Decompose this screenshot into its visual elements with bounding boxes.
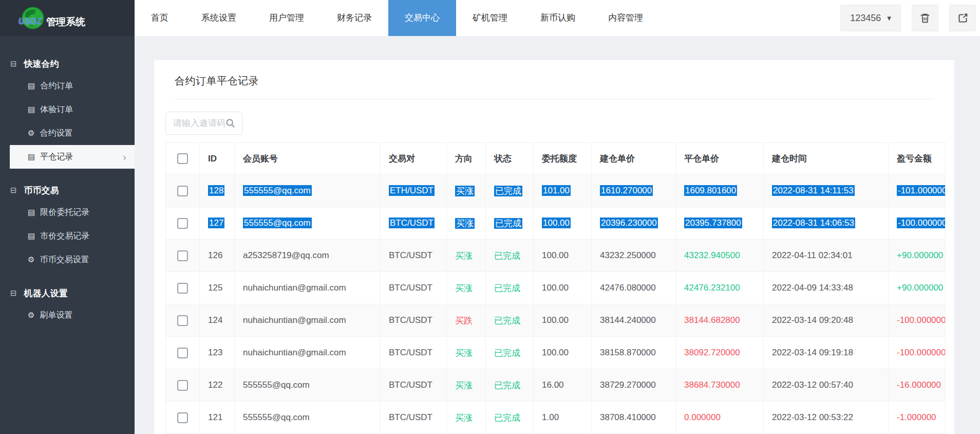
row-checkbox[interactable] <box>177 250 188 261</box>
cell-text: 127 <box>208 218 224 228</box>
invite-code-search-input[interactable] <box>173 118 225 129</box>
cell-text: 1610.270000 <box>600 185 653 196</box>
list-icon: ▤ <box>28 81 35 91</box>
search-icon[interactable] <box>225 118 236 129</box>
cell-text: 2022-08-31 14:06:53 <box>772 218 855 228</box>
sidebar-item[interactable]: ▤合约订单 <box>0 74 135 98</box>
cell-text: 100.00 <box>542 250 569 260</box>
cell-text: 101.00 <box>542 185 571 196</box>
cell-text: +90.000000 <box>897 250 943 260</box>
sidebar-section-title[interactable]: ⊟币币交易 <box>0 180 135 201</box>
cell-text: 买涨 <box>455 218 475 229</box>
top-nav-item[interactable]: 用户管理 <box>253 0 321 36</box>
cell-text: 已完成 <box>494 251 520 261</box>
sidebar-item-label: 平仓记录 <box>40 152 73 162</box>
cell-text: 42476.080000 <box>600 283 656 293</box>
top-nav-item[interactable]: 首页 <box>135 0 185 36</box>
cell-text: nuhaichuntian@gmail.com <box>243 315 346 325</box>
cell-pair: BTC/USDT <box>381 369 447 402</box>
cell-id: 123 <box>200 337 235 369</box>
row-checkbox[interactable] <box>177 380 188 391</box>
table-row: 123nuhaichuntian@gmail.comBTC/USDT买涨已完成1… <box>166 337 946 369</box>
cell-text: 20396.230000 <box>600 218 658 228</box>
cell-text: 1609.801600 <box>684 185 737 196</box>
export-button[interactable] <box>949 5 976 31</box>
cell-text: 100.00 <box>542 218 571 228</box>
sidebar-item-label: 市价交易记录 <box>40 231 89 242</box>
cell-pair: BTC/USDT <box>381 207 447 240</box>
cell-text: 已完成 <box>494 381 520 390</box>
cell-text: 已完成 <box>494 348 520 358</box>
cell-open-time: 2022-04-09 14:33:48 <box>764 272 889 304</box>
title-divider <box>175 99 934 99</box>
cell-close-price: 38684.730000 <box>676 369 764 402</box>
row-checkbox[interactable] <box>177 283 188 294</box>
sidebar-item[interactable]: ⚙币币交易设置 <box>0 248 135 272</box>
column-header: 委托额度 <box>534 143 592 175</box>
column-header: 交易对 <box>381 143 447 175</box>
top-nav-item[interactable]: 矿机管理 <box>456 0 524 36</box>
sidebar-item[interactable]: ▤平仓记录› <box>10 145 135 169</box>
cell-text: 买涨 <box>455 381 473 390</box>
list-icon: ▤ <box>28 231 35 241</box>
row-checkbox[interactable] <box>177 315 188 326</box>
sidebar-item[interactable]: ⚙刷单设置 <box>0 303 135 327</box>
cell-id: 127 <box>200 207 235 240</box>
cell-text: +90.000000 <box>897 283 943 293</box>
content-card: 合约订单平仓记录 ID会员账号交易对方向状态委托额度建仓单价平仓单价建仓时间盈亏… <box>154 60 954 434</box>
cell-text: 38684.730000 <box>684 380 740 390</box>
select-all-checkbox[interactable] <box>177 153 188 164</box>
sidebar: ⊟快速合约▤合约订单▤体验订单⚙合约设置▤平仓记录›⊟币币交易▤限价委托记录▤市… <box>0 36 135 434</box>
top-nav-item[interactable]: 交易中心 <box>388 0 456 36</box>
row-checkbox[interactable] <box>177 412 188 423</box>
cell-close-price: 20395.737800 <box>676 207 764 240</box>
cell-close-price: 38144.682800 <box>676 304 764 337</box>
cell-text: 100.00 <box>542 315 569 325</box>
cell-close-price: 38092.720000 <box>676 337 764 369</box>
top-nav-item[interactable]: 财务记录 <box>321 0 388 36</box>
cell-direction: 买涨 <box>447 337 486 369</box>
top-nav-item[interactable]: 内容管理 <box>592 0 659 36</box>
cell-pair: BTC/USDT <box>381 304 447 337</box>
row-checkbox[interactable] <box>177 348 188 358</box>
cell-amount: 16.00 <box>534 369 592 402</box>
cell-open-time: 2022-08-31 14:06:53 <box>764 207 889 240</box>
sidebar-item[interactable]: ▤市价交易记录 <box>0 224 135 248</box>
top-nav-item[interactable]: 系统设置 <box>185 0 253 36</box>
cell-status: 已完成 <box>486 175 534 207</box>
user-menu-button[interactable]: 123456 ▼ <box>840 5 901 31</box>
cell-text: a253258719@qq.com <box>243 250 329 260</box>
top-nav-item[interactable]: 新币认购 <box>524 0 592 36</box>
cell-id: 122 <box>200 369 235 402</box>
sidebar-section-title[interactable]: ⊟快速合约 <box>0 53 135 74</box>
sidebar-item[interactable]: ▤限价委托记录 <box>0 201 135 224</box>
column-header: 平仓单价 <box>676 143 764 175</box>
sidebar-section-title[interactable]: ⊟机器人设置 <box>0 283 135 303</box>
cell-open-price: 38158.870000 <box>592 337 676 369</box>
cell-pnl: -100.000000 <box>889 207 946 240</box>
cell-status: 已完成 <box>486 272 534 304</box>
sidebar-section-label: 币币交易 <box>24 185 59 196</box>
cell-open-price: 38729.270000 <box>592 369 676 402</box>
sidebar-item[interactable]: ⚙合约设置 <box>0 121 135 145</box>
cell-text: 已完成 <box>494 413 520 423</box>
cell-amount: 1.00 <box>534 402 592 434</box>
row-checkbox[interactable] <box>177 218 188 229</box>
cell-open-time: 2022-08-31 14:11:53 <box>764 175 889 207</box>
cell-text: 买涨 <box>455 283 473 293</box>
trash-button[interactable] <box>912 5 938 31</box>
cell-pair: BTC/USDT <box>381 337 447 369</box>
row-checkbox[interactable] <box>177 186 188 196</box>
cell-text: 38729.270000 <box>600 380 656 390</box>
cell-pnl: -1.000000 <box>889 402 946 434</box>
cell-text: -100.000000 <box>897 315 946 325</box>
cell-text: 38158.870000 <box>600 348 656 357</box>
cell-text: 126 <box>208 250 222 260</box>
sidebar-item[interactable]: ▤体验订单 <box>0 98 135 121</box>
cell-text: -100.000000 <box>897 348 946 357</box>
cell-open-time: 2022-04-11 02:34:01 <box>764 240 889 272</box>
cell-open-time: 2022-03-14 09:19:18 <box>764 337 889 369</box>
table-row: 121555555@qq.comBTC/USDT买涨已完成1.0038708.4… <box>166 402 946 434</box>
cell-direction: 买跌 <box>447 304 486 337</box>
cell-text: 555555@qq.com <box>243 185 312 196</box>
